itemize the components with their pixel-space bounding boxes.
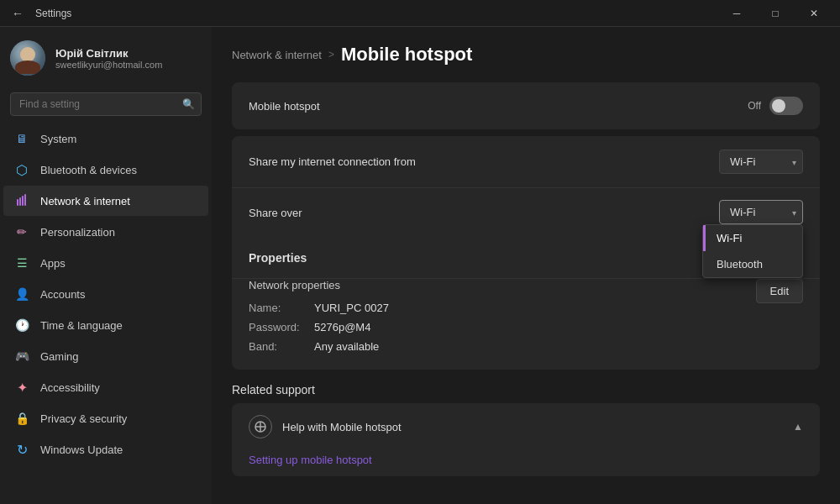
prop-band-val: Any available	[314, 340, 379, 353]
sidebar-item-bluetooth[interactable]: ⬡ Bluetooth & devices	[3, 155, 208, 185]
help-link[interactable]: Setting up mobile hotspot	[232, 450, 820, 476]
toggle-wrap: Off	[748, 97, 803, 115]
prop-name-val: YURI_PC 0027	[314, 302, 389, 314]
help-icon	[249, 415, 272, 438]
close-button[interactable]: ✕	[795, 0, 833, 27]
sidebar-label-apps: Apps	[40, 257, 66, 270]
svg-rect-2	[22, 196, 24, 206]
related-support-section: Related support Help with Mobile hotspot	[232, 383, 820, 476]
share-from-label: Share my internet connection from	[249, 155, 416, 168]
hotspot-toggle-card: Mobile hotspot Off	[232, 82, 820, 129]
user-info: Юрій Світлик sweetlikyuri@hotmail.com	[55, 47, 162, 70]
accounts-icon: 👤	[13, 286, 30, 302]
share-from-dropdown-wrap: Wi-Fi ▾	[719, 150, 803, 174]
breadcrumb-separator: >	[328, 49, 334, 60]
share-from-row: Share my internet connection from Wi-Fi …	[232, 136, 820, 187]
sidebar-label-privacy: Privacy & security	[40, 412, 127, 425]
titlebar-controls: ─ □ ✕	[717, 0, 833, 27]
prop-password-val: 5276p@M4	[314, 321, 370, 333]
share-over-row: Share over Wi-Fi ▾ Wi-Fi Bluetooth	[232, 187, 820, 238]
sidebar-item-apps[interactable]: ☰ Apps	[3, 248, 208, 278]
search-input[interactable]	[10, 92, 202, 116]
share-over-menu: Wi-Fi Bluetooth	[702, 224, 803, 278]
hotspot-toggle[interactable]	[769, 97, 803, 115]
bluetooth-icon: ⬡	[13, 161, 30, 178]
prop-name-line: Name: YURI_PC 0027	[249, 298, 756, 318]
sidebar-item-network[interactable]: Network & internet	[3, 186, 208, 216]
accessibility-icon: ✦	[13, 379, 30, 396]
system-icon: 🖥	[13, 130, 30, 147]
prop-band-key: Band:	[249, 340, 307, 353]
sidebar-item-gaming[interactable]: 🎮 Gaming	[3, 341, 208, 371]
sidebar-label-update: Windows Update	[40, 444, 123, 456]
gaming-icon: 🎮	[13, 348, 30, 365]
main-content: Network & internet > Mobile hotspot Mobi…	[212, 27, 840, 504]
breadcrumb: Network & internet > Mobile hotspot	[232, 44, 820, 66]
share-card: Share my internet connection from Wi-Fi …	[232, 136, 820, 370]
titlebar-title: Settings	[35, 8, 71, 19]
prop-band-line: Band: Any available	[249, 337, 756, 356]
svg-rect-1	[19, 197, 21, 206]
network-properties-label: Network properties	[249, 279, 756, 291]
support-card: Help with Mobile hotspot ▲ Setting up mo…	[232, 403, 820, 476]
svg-rect-3	[24, 194, 26, 206]
toggle-knob	[772, 99, 785, 113]
hotspot-toggle-row: Mobile hotspot Off	[232, 82, 820, 129]
privacy-icon: 🔒	[13, 410, 30, 427]
breadcrumb-current: Mobile hotspot	[341, 44, 472, 66]
support-chevron: ▲	[793, 421, 803, 433]
titlebar-left: ← Settings	[7, 3, 71, 24]
nav-items: 🖥 System ⬡ Bluetooth & devices Network &…	[0, 123, 212, 504]
prop-password-line: Password: 5276p@M4	[249, 318, 756, 337]
network-props-row: Network properties Name: YURI_PC 0027 Pa…	[249, 279, 803, 356]
bluetooth-option-label: Bluetooth	[717, 258, 763, 270]
sidebar-item-privacy[interactable]: 🔒 Privacy & security	[3, 403, 208, 433]
share-over-dropdown[interactable]: Wi-Fi ▾	[719, 200, 803, 224]
sidebar: Юрій Світлик sweetlikyuri@hotmail.com 🔍 …	[0, 27, 212, 504]
minimize-button[interactable]: ─	[717, 0, 756, 27]
avatar	[10, 40, 45, 76]
sidebar-label-time: Time & language	[40, 319, 123, 332]
sidebar-item-time[interactable]: 🕐 Time & language	[3, 310, 208, 340]
network-props-left: Network properties Name: YURI_PC 0027 Pa…	[249, 279, 756, 356]
user-email: sweetlikyuri@hotmail.com	[55, 60, 162, 70]
maximize-button[interactable]: □	[756, 0, 795, 27]
edit-button[interactable]: Edit	[756, 279, 803, 303]
share-over-chevron: ▾	[792, 207, 796, 217]
svg-rect-0	[17, 199, 18, 206]
share-over-dropdown-wrap: Wi-Fi ▾ Wi-Fi Bluetooth	[719, 200, 803, 224]
share-over-option-wifi[interactable]: Wi-Fi	[703, 225, 802, 251]
back-icon[interactable]: ←	[7, 3, 29, 24]
user-name: Юрій Світлик	[55, 47, 162, 60]
user-profile[interactable]: Юрій Світлик sweetlikyuri@hotmail.com	[0, 27, 212, 89]
sidebar-label-gaming: Gaming	[40, 350, 79, 363]
share-over-value: Wi-Fi	[730, 206, 755, 218]
network-icon	[13, 192, 30, 209]
sidebar-item-personalization[interactable]: ✏ Personalization	[3, 217, 208, 247]
share-from-value: Wi-Fi	[730, 155, 755, 168]
update-icon: ↻	[13, 441, 30, 458]
sidebar-item-update[interactable]: ↻ Windows Update	[3, 434, 208, 465]
breadcrumb-parent[interactable]: Network & internet	[232, 49, 322, 61]
properties-body: Network properties Name: YURI_PC 0027 Pa…	[232, 278, 820, 370]
help-label: Help with Mobile hotspot	[282, 421, 402, 433]
app-body: Юрій Світлик sweetlikyuri@hotmail.com 🔍 …	[0, 27, 840, 504]
share-from-dropdown[interactable]: Wi-Fi ▾	[719, 150, 803, 174]
sidebar-label-personalization: Personalization	[40, 226, 115, 239]
share-over-option-bluetooth[interactable]: Bluetooth	[703, 251, 802, 277]
sidebar-item-system[interactable]: 🖥 System	[3, 123, 208, 154]
wifi-option-label: Wi-Fi	[717, 232, 742, 244]
support-row[interactable]: Help with Mobile hotspot ▲	[232, 403, 820, 450]
share-over-label: Share over	[249, 207, 302, 219]
hotspot-toggle-label: Mobile hotspot	[249, 100, 320, 113]
toggle-state-label: Off	[748, 100, 761, 112]
sidebar-item-accessibility[interactable]: ✦ Accessibility	[3, 372, 208, 402]
sidebar-label-bluetooth: Bluetooth & devices	[40, 164, 137, 176]
sidebar-label-network: Network & internet	[40, 195, 130, 207]
support-left: Help with Mobile hotspot	[249, 415, 402, 438]
search-bar: 🔍	[10, 92, 202, 116]
related-support-title: Related support	[232, 383, 820, 396]
sidebar-item-accounts[interactable]: 👤 Accounts	[3, 279, 208, 309]
share-from-chevron: ▾	[792, 157, 796, 166]
apps-icon: ☰	[13, 255, 30, 271]
